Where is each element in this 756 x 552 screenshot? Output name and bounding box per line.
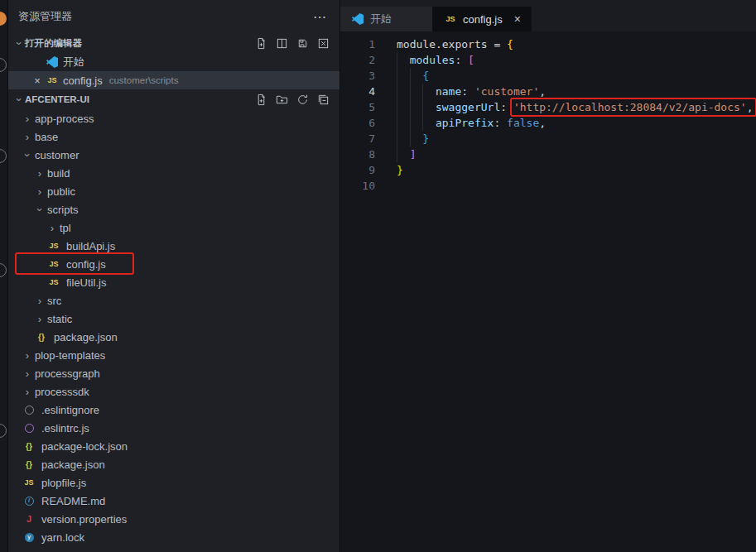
activity-icon[interactable]: [0, 58, 7, 72]
tree-item-label: plopfile.js: [41, 477, 86, 489]
chevron-right-icon[interactable]: ›: [34, 295, 46, 307]
tree-item-package.json[interactable]: {}package.json: [8, 328, 339, 346]
close-tab-icon[interactable]: ×: [508, 12, 521, 26]
tree-item-readme.md[interactable]: iREADME.md: [8, 492, 339, 510]
tree-item-plop-templates[interactable]: ›plop-templates: [8, 346, 339, 364]
more-actions-icon[interactable]: ⋯: [313, 9, 326, 25]
chevron-right-icon[interactable]: ›: [34, 313, 46, 325]
chevron-right-icon[interactable]: ›: [22, 367, 33, 380]
editor-tab[interactable]: 开始: [340, 7, 433, 31]
line-text[interactable]: module.exports = {: [397, 36, 513, 52]
line-text[interactable]: {: [397, 68, 429, 84]
chevron-right-icon[interactable]: ›: [46, 222, 58, 234]
project-section-header[interactable]: › AFCENTER-UI: [8, 89, 339, 109]
new-folder-icon[interactable]: [275, 93, 288, 106]
tree-item-static[interactable]: ›static: [8, 310, 339, 328]
line-number: 10: [340, 178, 375, 194]
tree-item-label: processsdk: [35, 386, 89, 398]
new-file-icon[interactable]: [254, 93, 267, 106]
save-all-icon[interactable]: [296, 36, 309, 50]
line-text[interactable]: }: [397, 162, 403, 178]
line-text[interactable]: }: [397, 131, 429, 146]
code-line[interactable]: 3 {: [340, 68, 756, 84]
code-line[interactable]: 1module.exports = {: [340, 36, 756, 52]
chevron-right-icon[interactable]: ›: [22, 386, 33, 398]
open-editors-section-header[interactable]: › 打开的编辑器: [8, 33, 339, 53]
tree-item-tpl[interactable]: ›tpl: [8, 218, 339, 237]
chevron-down-icon[interactable]: ›: [13, 37, 26, 49]
tree-item-package.json[interactable]: {}package.json: [8, 455, 339, 473]
close-editor-icon[interactable]: ×: [30, 74, 45, 87]
tree-item-label: buildApi.js: [66, 240, 115, 252]
indent-guide: [397, 131, 397, 146]
code-line[interactable]: 9}: [340, 162, 756, 178]
collapse-all-icon[interactable]: [316, 93, 330, 106]
tree-item-buildapi.js[interactable]: JSbuildApi.js: [8, 237, 339, 255]
tree-item-processgraph[interactable]: ›processgraph: [8, 364, 339, 382]
editor-tab[interactable]: JSconfig.js×: [433, 7, 532, 31]
code-line[interactable]: 10: [340, 178, 756, 194]
chevron-down-icon[interactable]: ›: [13, 94, 26, 105]
tree-item-version.properties[interactable]: Jversion.properties: [8, 510, 339, 528]
chevron-down-icon[interactable]: ›: [34, 204, 46, 215]
line-text[interactable]: swaggerUrl: 'http://localhost:28084/v2/a…: [397, 99, 754, 115]
project-toolbar: [254, 93, 330, 106]
line-text[interactable]: name: 'customer',: [397, 84, 546, 99]
close-all-editors-icon[interactable]: [316, 36, 330, 50]
vscode-window: 资源管理器 ⋯ › 打开的编辑器 开始×JSconfig.jscustomer\…: [0, 0, 756, 552]
tree-item-src[interactable]: ›src: [8, 291, 339, 310]
tree-item-base[interactable]: ›base: [8, 127, 339, 146]
tree-item-yarn.lock[interactable]: yyarn.lock: [8, 528, 339, 546]
code-line[interactable]: 7 }: [340, 131, 756, 146]
chevron-down-icon[interactable]: ›: [22, 149, 34, 161]
open-editors-label: 打开的编辑器: [25, 37, 82, 50]
tree-item-app-process[interactable]: ›app-process: [8, 109, 339, 127]
tree-item-label: version.properties: [41, 513, 127, 526]
line-text[interactable]: ]: [397, 146, 416, 162]
open-editor-item[interactable]: ×JSconfig.jscustomer\scripts: [8, 71, 339, 89]
chevron-right-icon[interactable]: ›: [22, 113, 33, 125]
line-text[interactable]: modules: [: [397, 52, 474, 68]
refresh-icon[interactable]: [296, 93, 309, 106]
tree-item-config.js[interactable]: JSconfig.js: [8, 255, 339, 273]
open-editor-detail: customer\scripts: [109, 75, 179, 85]
chevron-right-icon[interactable]: ›: [22, 131, 33, 143]
tree-item-build[interactable]: ›build: [8, 164, 339, 182]
code-line[interactable]: 2 modules: [: [340, 52, 756, 68]
logo-icon[interactable]: [0, 12, 7, 26]
code-line[interactable]: 5 swaggerUrl: 'http://localhost:28084/v2…: [340, 99, 756, 115]
readme-info-icon: i: [25, 497, 34, 506]
json-file-icon: {}: [38, 333, 45, 342]
tree-item-.eslintrc.js[interactable]: .eslintrc.js: [8, 419, 339, 437]
new-untitled-file-icon[interactable]: [254, 36, 267, 50]
indent-guide: [410, 68, 411, 84]
open-editor-item[interactable]: 开始: [8, 53, 339, 71]
indent-guide: [397, 52, 397, 68]
code-line[interactable]: 4 name: 'customer',: [340, 84, 756, 99]
js-file-icon: JS: [49, 260, 58, 268]
tree-item-processsdk[interactable]: ›processsdk: [8, 382, 339, 401]
tree-item-.eslintignore[interactable]: .eslintignore: [8, 401, 339, 419]
tree-item-plopfile.js[interactable]: JSplopfile.js: [8, 473, 339, 492]
code-line[interactable]: 6 apiPrefix: false,: [340, 115, 756, 131]
split-editor-icon[interactable]: [275, 36, 288, 50]
tree-item-scripts[interactable]: ›scripts: [8, 200, 339, 218]
properties-file-icon: J: [26, 514, 31, 524]
activity-icon[interactable]: [0, 424, 7, 438]
code-editor[interactable]: 1module.exports = {2 modules: [3 {4 name…: [340, 31, 756, 552]
chevron-right-icon[interactable]: ›: [22, 349, 33, 362]
tree-item-public[interactable]: ›public: [8, 182, 339, 200]
indent-guide: [410, 131, 411, 146]
chevron-right-icon[interactable]: ›: [34, 167, 46, 180]
line-text[interactable]: apiPrefix: false,: [397, 115, 546, 131]
tree-item-label: plop-templates: [35, 349, 105, 362]
code-line[interactable]: 8 ]: [340, 146, 756, 162]
tree-item-customer[interactable]: ›customer: [8, 146, 339, 164]
tree-item-label: app-process: [35, 113, 94, 125]
tree-item-package-lock.json[interactable]: {}package-lock.json: [8, 437, 339, 455]
tree-item-fileutil.js[interactable]: JSfileUtil.js: [8, 273, 339, 291]
activity-icon[interactable]: [0, 149, 7, 163]
activity-icon[interactable]: [0, 263, 7, 277]
chevron-right-icon[interactable]: ›: [34, 185, 46, 198]
indent-guide: [397, 68, 397, 84]
